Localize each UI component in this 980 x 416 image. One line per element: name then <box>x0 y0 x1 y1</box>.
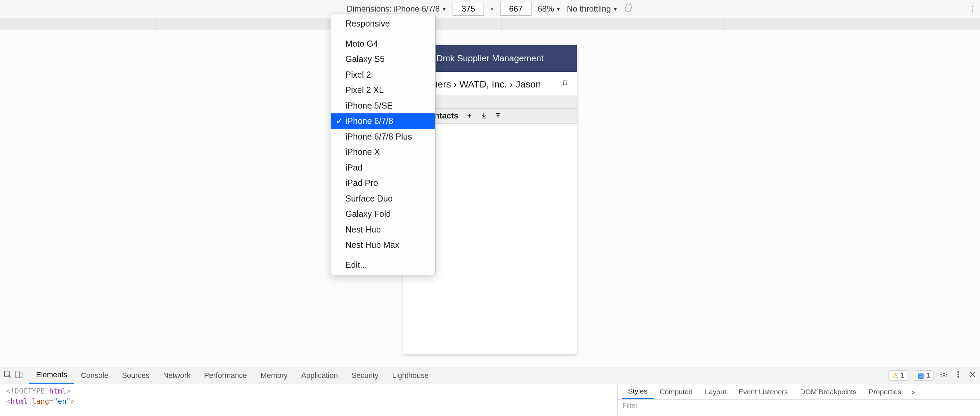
devtools-tab-application[interactable]: Application <box>294 367 345 384</box>
width-input[interactable] <box>453 2 484 16</box>
more-icon[interactable] <box>954 370 962 381</box>
inspect-icon[interactable] <box>3 370 12 381</box>
device-menu[interactable]: Responsive Moto G4Galaxy S5Pixel 2Pixel … <box>331 14 436 275</box>
throttling-dropdown[interactable]: No throttling ▼ <box>567 4 617 14</box>
ruler <box>0 18 980 30</box>
add-icon[interactable] <box>466 112 473 119</box>
styles-tab-layout[interactable]: Layout <box>698 384 732 399</box>
app-title: Dmk Supplier Management <box>436 53 543 64</box>
device-menu-item[interactable]: Pixel 2 <box>331 67 435 83</box>
devtools-tab-security[interactable]: Security <box>345 367 385 384</box>
viewport-area: Dmk Supplier Management Suppliers › WATD… <box>0 30 980 366</box>
dimensions-dropdown[interactable]: Dimensions: iPhone 6/7/8 ▼ <box>347 4 447 14</box>
styles-tab-dom-breakpoints[interactable]: DOM Breakpoints <box>794 384 862 399</box>
styles-tab-computed[interactable]: Computed <box>654 384 699 399</box>
device-menu-item[interactable]: iPhone 6/7/8 Plus <box>331 129 435 145</box>
device-menu-item[interactable]: iPhone 6/7/8 <box>331 113 435 129</box>
caret-down-icon: ▼ <box>613 6 617 12</box>
device-menu-responsive[interactable]: Responsive <box>331 16 435 32</box>
device-menu-item[interactable]: Galaxy S5 <box>331 51 435 67</box>
throttling-value: No throttling <box>567 4 611 14</box>
styles-tab-styles[interactable]: Styles <box>622 384 653 399</box>
devtools-tab-memory[interactable]: Memory <box>254 367 294 384</box>
styles-filter-input[interactable]: Filter <box>622 402 637 410</box>
styles-pane: StylesComputedLayoutEvent ListenersDOM B… <box>617 384 980 416</box>
svg-point-6 <box>958 374 959 375</box>
warnings-count: 1 <box>900 371 904 379</box>
download-icon[interactable] <box>480 112 487 119</box>
height-input[interactable] <box>500 2 531 16</box>
caret-down-icon: ▼ <box>556 6 561 12</box>
device-menu-item[interactable]: Pixel 2 XL <box>331 82 435 98</box>
devtools-tab-lighthouse[interactable]: Lighthouse <box>385 367 436 384</box>
devtools-tab-elements[interactable]: Elements <box>29 367 74 384</box>
warning-icon: ⚠ <box>892 371 898 379</box>
device-menu-item[interactable]: iPhone X <box>331 144 435 160</box>
svg-point-4 <box>943 373 945 376</box>
svg-rect-0 <box>625 3 633 12</box>
device-menu-item[interactable]: Moto G4 <box>331 36 435 52</box>
warnings-badge[interactable]: ⚠ 1 <box>888 370 908 381</box>
menu-separator <box>331 255 435 255</box>
device-menu-item[interactable]: iPad <box>331 160 435 176</box>
svg-point-5 <box>958 371 959 373</box>
issues-count: 1 <box>926 371 930 379</box>
issues-badge[interactable]: ▤ 1 <box>914 370 934 381</box>
overflow-icon[interactable]: » <box>912 388 916 396</box>
device-menu-item[interactable]: Nest Hub <box>331 222 435 237</box>
svg-point-7 <box>958 376 959 377</box>
device-toolbar: Dimensions: iPhone 6/7/8 ▼ × 68% ▼ No th… <box>0 0 980 18</box>
devtools-tab-sources[interactable]: Sources <box>115 367 156 384</box>
zoom-dropdown[interactable]: 68% ▼ <box>538 4 561 14</box>
devtools-tab-network[interactable]: Network <box>156 367 197 384</box>
styles-tabbar: StylesComputedLayoutEvent ListenersDOM B… <box>617 384 980 400</box>
zoom-value: 68% <box>538 4 554 14</box>
settings-icon[interactable] <box>940 370 948 381</box>
close-icon[interactable] <box>969 370 977 381</box>
styles-tab-event-listeners[interactable]: Event Listeners <box>733 384 794 399</box>
upload-icon[interactable] <box>495 112 501 119</box>
info-icon: ▤ <box>918 371 924 379</box>
devtools-tabbar: ElementsConsoleSourcesNetworkPerformance… <box>0 367 980 384</box>
device-menu-item[interactable]: Surface Duo <box>331 191 435 207</box>
device-menu-item[interactable]: iPad Pro <box>331 175 435 191</box>
device-menu-item[interactable]: Nest Hub Max <box>331 237 435 253</box>
elements-source[interactable]: <!DOCTYPE html> <html lang="en"> <box>0 384 617 416</box>
device-toggle-icon[interactable] <box>14 370 23 381</box>
devtools-panel: ElementsConsoleSourcesNetworkPerformance… <box>0 367 980 416</box>
styles-tab-properties[interactable]: Properties <box>862 384 907 399</box>
devtools-tab-performance[interactable]: Performance <box>197 367 254 384</box>
caret-down-icon: ▼ <box>442 6 447 12</box>
device-menu-item[interactable]: Galaxy Fold <box>331 206 435 222</box>
svg-rect-3 <box>19 373 22 378</box>
rotate-icon[interactable] <box>624 3 633 14</box>
device-menu-item[interactable]: iPhone 5/SE <box>331 98 435 114</box>
device-menu-edit[interactable]: Edit... <box>331 257 435 273</box>
dimensions-label: Dimensions: iPhone 6/7/8 <box>347 4 440 14</box>
dimension-separator: × <box>490 5 494 13</box>
more-options-icon[interactable]: ⋮ <box>969 0 976 18</box>
devtools-tab-console[interactable]: Console <box>74 367 115 384</box>
delete-icon[interactable] <box>562 78 569 89</box>
